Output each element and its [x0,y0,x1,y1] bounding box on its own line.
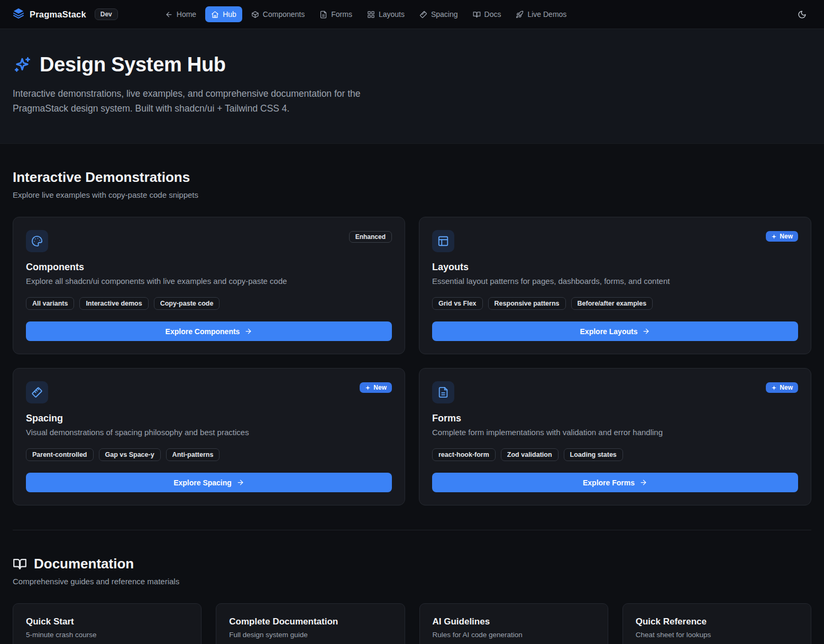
layout-grid-icon [367,11,375,19]
main-content: Interactive Demonstrations Explore live … [0,169,824,644]
book-open-icon [13,557,27,571]
doc-card-description: 5-minute crash course [26,631,188,639]
layout-icon [432,230,454,252]
tag: Responsive patterns [488,297,566,310]
doc-card-title: AI Guidelines [433,617,595,627]
tag: Loading states [564,448,623,461]
tag-row: react-hook-form Zod validation Loading s… [432,448,798,461]
sparkles-icon [13,56,32,75]
nav-item-live-demos[interactable]: Live Demos [510,6,572,22]
page-title: Design System Hub [40,53,226,76]
brand[interactable]: PragmaStack Dev [13,7,118,21]
sparkle-icon [365,385,371,391]
card-title: Components [26,262,392,273]
explore-layouts-button[interactable]: Explore Layouts [432,321,798,341]
card-description: Explore all shadcn/ui components with li… [26,277,392,286]
ruler-icon [26,381,48,403]
tag: react-hook-form [432,448,496,461]
card-description: Complete form implementations with valid… [432,428,798,437]
doc-card-quick-start[interactable]: Quick Start 5-minute crash course [13,603,202,644]
new-badge: New [766,231,798,242]
sparkle-icon [771,385,777,391]
doc-card-description: Rules for AI code generation [433,631,595,639]
nav-item-home[interactable]: Home [159,6,202,22]
doc-card-complete-documentation[interactable]: Complete Documentation Full design syste… [216,603,405,644]
arrow-right-icon [244,327,252,335]
demo-card-spacing: New Spacing Visual demonstrations of spa… [13,368,405,505]
nav-item-layouts[interactable]: Layouts [361,6,410,22]
new-badge: New [766,382,798,393]
tag: Parent-controlled [26,448,94,461]
docs-section-title: Documentation [34,556,134,572]
page-subtitle: Interactive demonstrations, live example… [13,87,408,116]
tag: Zod validation [501,448,559,461]
doc-card-description: Cheat sheet for lookups [636,631,798,639]
nav-item-spacing[interactable]: Spacing [414,6,464,22]
demo-card-components: Enhanced Components Explore all shadcn/u… [13,217,405,354]
nav-item-docs[interactable]: Docs [467,6,507,22]
layers-logo-icon [13,7,24,21]
card-title: Forms [432,413,798,424]
tag: All variants [26,297,74,310]
env-badge: Dev [95,8,118,20]
tag: Anti-patterns [166,448,220,461]
ruler-icon [419,11,427,19]
demos-section-subtitle: Explore live examples with copy-paste co… [13,190,811,199]
tag-row: All variants Interactive demos Copy-past… [26,297,392,310]
arrow-right-icon [642,327,650,335]
doc-card-title: Complete Documentation [229,617,391,627]
demo-card-grid: Enhanced Components Explore all shadcn/u… [13,217,811,505]
top-navbar: PragmaStack Dev Home Hub Components Form… [0,0,824,29]
status-badge: Enhanced [349,231,392,243]
section-divider [13,530,811,530]
doc-card-ai-guidelines[interactable]: AI Guidelines Rules for AI code generati… [419,603,608,644]
new-badge: New [360,382,392,393]
rocket-icon [516,11,524,19]
docs-card-grid: Quick Start 5-minute crash course Comple… [13,603,811,644]
moon-icon [798,10,807,19]
tag-row: Grid vs Flex Responsive patterns Before/… [432,297,798,310]
explore-components-button[interactable]: Explore Components [26,321,392,341]
doc-card-description: Full design system guide [229,631,391,639]
house-icon [211,11,219,19]
demo-card-layouts: New Layouts Essential layout patterns fo… [419,217,811,354]
tag: Grid vs Flex [432,297,483,310]
card-title: Layouts [432,262,798,273]
sparkle-icon [771,234,777,240]
tag: Gap vs Space-y [99,448,161,461]
explore-forms-button[interactable]: Explore Forms [432,473,798,492]
nav-item-forms[interactable]: Forms [314,6,358,22]
main-nav: Home Hub Components Forms Layouts Spacin… [159,6,573,22]
tag: Before/after examples [571,297,653,310]
tag: Copy-paste code [154,297,220,310]
card-description: Visual demonstrations of spacing philoso… [26,428,392,437]
palette-icon [26,230,48,252]
file-text-icon [432,381,454,403]
doc-card-title: Quick Start [26,617,188,627]
nav-item-components[interactable]: Components [245,6,310,22]
demo-card-forms: New Forms Complete form implementations … [419,368,811,505]
doc-card-title: Quick Reference [636,617,798,627]
arrow-left-icon [165,11,173,19]
theme-toggle-button[interactable] [792,5,811,24]
card-description: Essential layout patterns for pages, das… [432,277,798,286]
hero-section: Design System Hub Interactive demonstrat… [0,29,824,144]
file-text-icon [319,11,327,19]
docs-section-subtitle: Comprehensive guides and reference mater… [13,577,811,586]
brand-name: PragmaStack [30,10,86,20]
box-icon [251,11,259,19]
arrow-right-icon [236,479,244,486]
nav-item-hub[interactable]: Hub [205,6,242,22]
demos-section-title: Interactive Demonstrations [13,169,811,186]
tag: Interactive demos [79,297,148,310]
doc-card-quick-reference[interactable]: Quick Reference Cheat sheet for lookups [622,603,811,644]
tag-row: Parent-controlled Gap vs Space-y Anti-pa… [26,448,392,461]
arrow-right-icon [639,479,647,486]
book-icon [473,11,481,19]
card-title: Spacing [26,413,392,424]
explore-spacing-button[interactable]: Explore Spacing [26,473,392,492]
